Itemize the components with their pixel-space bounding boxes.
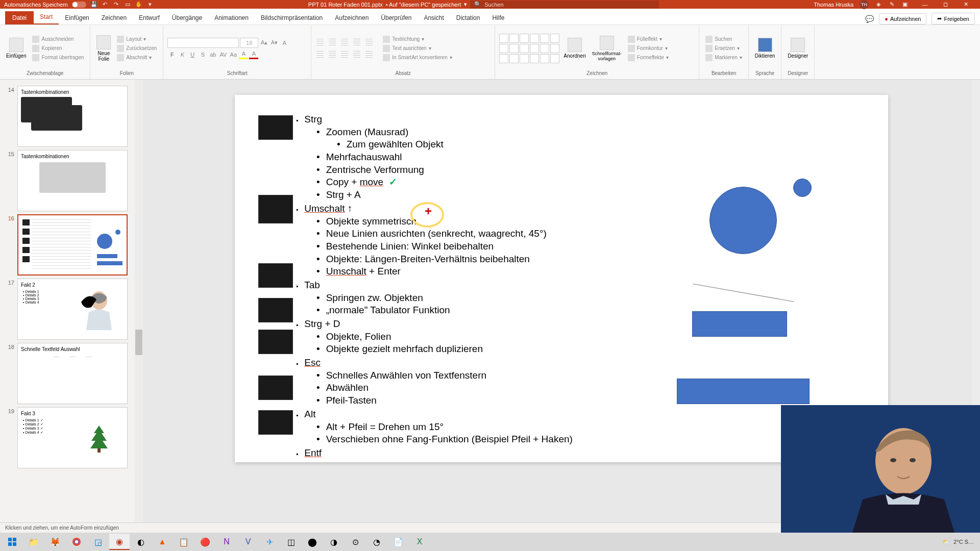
- thumb-17[interactable]: 17 Fakt 2 • Details 1 • Details 2 • Deta…: [5, 279, 138, 340]
- underline-button[interactable]: U: [188, 50, 197, 59]
- strike-button[interactable]: S: [198, 50, 207, 59]
- tab-dictation[interactable]: Dictation: [450, 11, 486, 24]
- align-center-button[interactable]: [328, 50, 337, 59]
- shape-cell[interactable]: [540, 34, 549, 43]
- slide-content[interactable]: Strg Zoomen (Mausrad) Zum gewählten Obje…: [296, 113, 573, 461]
- align-text-button[interactable]: Text ausrichten ▾: [381, 44, 454, 53]
- autosave-toggle[interactable]: [72, 2, 86, 8]
- shape-cell[interactable]: [550, 34, 559, 43]
- redo-icon[interactable]: ↷: [113, 1, 120, 8]
- filename-dropdown-icon[interactable]: ▾: [464, 1, 467, 8]
- tab-help[interactable]: Hilfe: [486, 11, 510, 24]
- thumb-slide[interactable]: Schnelle Textfeld Auswahl ——————: [17, 343, 128, 404]
- shape-cell[interactable]: [520, 44, 529, 53]
- paste-button[interactable]: Einfügen: [4, 36, 28, 61]
- clear-format-icon[interactable]: A: [280, 38, 289, 47]
- arrange-button[interactable]: Anordnen: [561, 36, 587, 61]
- app-icon[interactable]: ◫: [281, 534, 301, 550]
- dictate-button[interactable]: Diktieren: [753, 36, 777, 61]
- weather-icon[interactable]: ⛅: [942, 539, 949, 545]
- tab-start[interactable]: Start: [34, 10, 59, 24]
- tab-design[interactable]: Entwurf: [133, 11, 166, 24]
- diagonal-line-shape[interactable]: [693, 284, 794, 302]
- start-button[interactable]: [2, 534, 22, 550]
- shape-cell[interactable]: [530, 54, 539, 63]
- avatar[interactable]: TH: [860, 0, 869, 9]
- explorer-icon[interactable]: 📁: [23, 534, 44, 550]
- vlc-icon[interactable]: ▲: [152, 534, 173, 550]
- from-start-icon[interactable]: ▭: [124, 1, 131, 8]
- line-spacing-button[interactable]: [364, 38, 374, 47]
- tab-review[interactable]: Überprüfen: [375, 11, 418, 24]
- shape-cell[interactable]: [509, 44, 519, 53]
- chrome-icon[interactable]: [66, 534, 87, 550]
- tab-draw[interactable]: Zeichnen: [95, 11, 133, 24]
- shape-cell[interactable]: [509, 34, 519, 43]
- shape-cell[interactable]: [540, 44, 549, 53]
- maximize-button[interactable]: ◻: [935, 0, 955, 9]
- font-color-button[interactable]: A: [249, 50, 258, 59]
- select-button[interactable]: Markieren ▾: [703, 54, 744, 62]
- new-slide-button[interactable]: Neue Folie: [94, 33, 113, 64]
- tab-insert[interactable]: Einfügen: [59, 11, 95, 24]
- small-circle-shape[interactable]: [793, 179, 812, 197]
- section-button[interactable]: Abschnitt ▾: [115, 54, 159, 62]
- thumb-slide-selected[interactable]: [17, 214, 128, 276]
- thumbnail-panel[interactable]: 14 Tastenkombinationen 15 Tastenkombinat…: [0, 80, 143, 529]
- app-icon[interactable]: ⊙: [345, 534, 365, 550]
- shape-cell[interactable]: [550, 54, 559, 63]
- comments-icon[interactable]: 💬: [865, 15, 874, 23]
- thumb-18[interactable]: 18 Schnelle Textfeld Auswahl ——————: [5, 343, 138, 404]
- copy-button[interactable]: Kopieren: [30, 44, 86, 53]
- case-button[interactable]: Aa: [229, 50, 238, 59]
- designer-button[interactable]: Designer: [786, 36, 810, 61]
- bold-button[interactable]: F: [167, 50, 177, 59]
- firefox-icon[interactable]: 🦊: [45, 534, 65, 550]
- shape-cell[interactable]: [499, 34, 508, 43]
- pen-icon[interactable]: ✎: [888, 1, 895, 8]
- visio-icon[interactable]: V: [238, 534, 258, 550]
- thumb-15[interactable]: 15 Tastenkombinationen: [5, 150, 138, 211]
- telegram-icon[interactable]: ✈: [259, 534, 280, 550]
- shape-cell[interactable]: [550, 44, 559, 53]
- app-icon[interactable]: 📄: [388, 534, 408, 550]
- cut-button[interactable]: Ausschneiden: [30, 35, 86, 43]
- shape-cell[interactable]: [540, 54, 549, 63]
- app-icon[interactable]: ◔: [366, 534, 387, 550]
- thumb-16[interactable]: 16: [5, 214, 138, 276]
- powerpoint-icon[interactable]: ◉: [109, 534, 130, 550]
- increase-font-icon[interactable]: A▴: [259, 38, 268, 47]
- tab-slideshow[interactable]: Bildschirmpräsentation: [255, 11, 329, 24]
- italic-button[interactable]: K: [178, 50, 187, 59]
- bullets-button[interactable]: [315, 38, 325, 47]
- rectangle-shape-2[interactable]: [677, 379, 810, 404]
- layout-button[interactable]: Layout ▾: [115, 35, 159, 43]
- outline-button[interactable]: Formkontur ▾: [626, 44, 671, 53]
- minimize-button[interactable]: —: [915, 0, 935, 9]
- thumb-slide[interactable]: Fakt 3 • Details 1 ✓ • Details 2 ✓ • Det…: [17, 407, 128, 468]
- tab-record[interactable]: Aufzeichnen: [329, 11, 375, 24]
- smartart-button[interactable]: In SmartArt konvertieren ▾: [381, 54, 454, 62]
- reset-button[interactable]: Zurücksetzen: [115, 44, 159, 53]
- undo-icon[interactable]: ↶: [102, 1, 109, 8]
- columns-button[interactable]: [364, 50, 374, 59]
- font-name-input[interactable]: [167, 38, 239, 48]
- numbering-button[interactable]: [328, 38, 337, 47]
- app-icon[interactable]: ◑: [324, 534, 344, 550]
- shape-cell[interactable]: [530, 44, 539, 53]
- indent-more-button[interactable]: [352, 38, 361, 47]
- align-right-button[interactable]: [340, 50, 349, 59]
- window-icon[interactable]: ▣: [901, 1, 909, 8]
- touch-icon[interactable]: ✋: [135, 1, 142, 8]
- obs-icon[interactable]: ⬤: [302, 534, 323, 550]
- thumb-scrollbar-handle[interactable]: [135, 330, 142, 355]
- thumb-14[interactable]: 14 Tastenkombinationen: [5, 86, 138, 147]
- decrease-font-icon[interactable]: A▾: [270, 38, 279, 47]
- big-circle-shape[interactable]: [709, 187, 777, 254]
- diamond-icon[interactable]: ◈: [875, 1, 882, 8]
- font-size-input[interactable]: [240, 38, 258, 48]
- shape-cell[interactable]: [509, 54, 519, 63]
- shadow-button[interactable]: ab: [208, 50, 217, 59]
- shape-cell[interactable]: [520, 34, 529, 43]
- find-button[interactable]: Suchen: [703, 35, 744, 43]
